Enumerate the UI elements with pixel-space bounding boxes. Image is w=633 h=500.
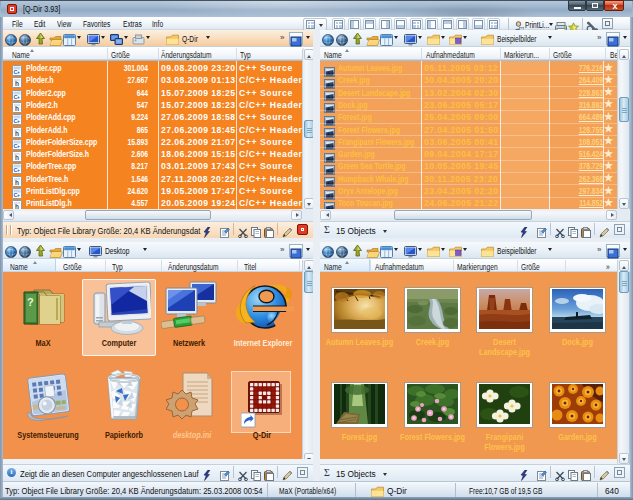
svg-text:?: ? [27,296,34,308]
